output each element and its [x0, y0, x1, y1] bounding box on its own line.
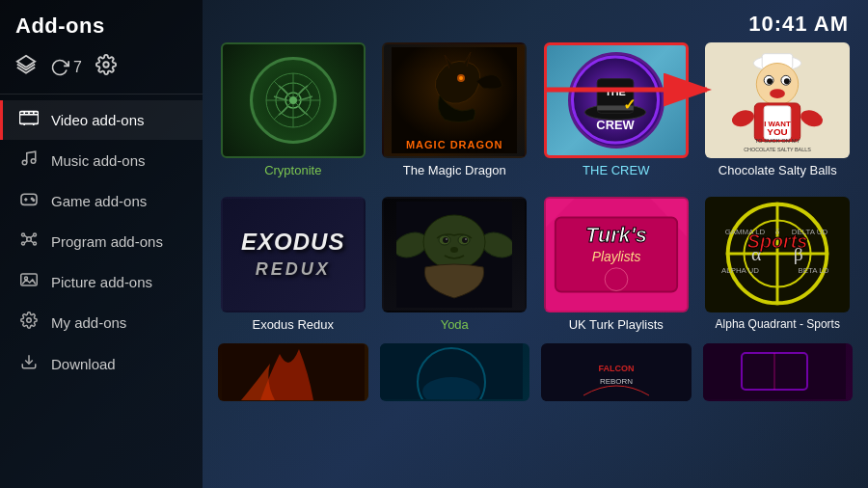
svg-point-72 — [443, 237, 448, 243]
svg-line-23 — [25, 241, 28, 243]
svg-point-39 — [459, 76, 463, 80]
addon-card-alpha[interactable]: GAMMA LD DELTA UD ALPHA UD BETA LD α β S… — [703, 197, 854, 332]
svg-rect-100 — [545, 347, 688, 401]
addon-card-uk-turk[interactable]: Turk's Playlists UK Turk Playlists — [541, 197, 692, 332]
sidebar-item-game-label: Game add-ons — [51, 193, 147, 209]
addon-label-cryptonite: Cryptonite — [264, 163, 321, 177]
addon-label-alpha: Alpha Quadrant - Sports — [716, 317, 840, 331]
svg-point-15 — [33, 200, 35, 202]
addon-thumb-alpha: GAMMA LD DELTA UD ALPHA UD BETA LD α β S… — [705, 197, 850, 312]
sidebar-item-download[interactable]: Download — [0, 343, 203, 385]
addon-card-exodus[interactable]: EXODUSREDUX Exodus Redux — [218, 197, 368, 332]
sidebar-item-picture-label: Picture add-ons — [51, 274, 152, 290]
app-title: Add-ons — [0, 0, 203, 48]
sidebar-item-game[interactable]: Game add-ons — [0, 181, 203, 221]
addon-thumb-yoda — [382, 197, 527, 312]
addon-partial-1[interactable] — [218, 343, 368, 401]
my-addons-icon — [18, 312, 40, 334]
svg-point-76 — [450, 247, 458, 253]
addon-grid-row3: FALCON REBORN — [218, 343, 853, 401]
addon-thumb-exodus: EXODUSREDUX — [221, 197, 366, 312]
addon-card-cryptonite[interactable]: Cryptonite — [218, 42, 368, 177]
sidebar-item-picture[interactable]: Picture add-ons — [0, 262, 203, 302]
svg-point-36 — [289, 96, 297, 104]
svg-text:FALCON: FALCON — [598, 364, 634, 373]
addon-thumb-uk-turk: Turk's Playlists — [544, 197, 689, 312]
addon-label-magic-dragon: The Magic Dragon — [403, 163, 506, 177]
svg-line-22 — [31, 235, 34, 237]
addon-label-chocolate: Chocolate Salty Balls — [719, 163, 837, 177]
svg-point-18 — [34, 233, 37, 236]
exodus-title-text: EXODUSREDUX — [241, 230, 344, 281]
picture-icon — [18, 272, 40, 292]
sidebar-item-video[interactable]: Video add-ons — [0, 100, 203, 140]
svg-point-9 — [22, 160, 27, 165]
refresh-badge[interactable]: 7 — [50, 58, 82, 77]
sidebar-item-music[interactable]: Music add-ons — [0, 140, 203, 181]
addon-partial-3[interactable]: FALCON REBORN — [541, 343, 692, 401]
addon-grid-row2: EXODUSREDUX Exodus Redux — [218, 197, 853, 332]
addon-card-magic-dragon[interactable]: MAGIC DRAGON The Magic Dragon — [380, 42, 530, 177]
download-icon — [18, 353, 40, 375]
addon-card-chocolate[interactable]: I WANT YOU TO SUCK ON MY CHOCOLATE SALTY… — [703, 42, 854, 177]
addon-thumb-magic-dragon: MAGIC DRAGON — [382, 42, 527, 158]
addon-label-crew: THE CREW — [583, 163, 649, 177]
magic-dragon-overlay-text: MAGIC DRAGON — [384, 139, 525, 150]
sidebar-item-program[interactable]: Program add-ons — [0, 221, 203, 262]
svg-point-75 — [465, 238, 467, 240]
video-icon — [18, 110, 40, 130]
addon-card-crew[interactable]: THE CREW ✓ THE CREW — [541, 42, 692, 177]
crew-logo: THE CREW ✓ — [568, 52, 665, 149]
sidebar-toolbar: 7 — [0, 48, 203, 94]
svg-point-50 — [757, 64, 799, 105]
svg-point-20 — [34, 242, 37, 245]
addon-partial-2[interactable] — [380, 343, 530, 401]
svg-point-17 — [22, 233, 25, 236]
svg-point-19 — [22, 242, 25, 245]
sidebar-item-my-addons-label: My add-ons — [51, 314, 126, 331]
svg-text:ALPHA UD: ALPHA UD — [721, 266, 759, 275]
svg-point-55 — [770, 89, 785, 98]
svg-text:TO SUCK ON MY: TO SUCK ON MY — [755, 138, 800, 144]
addon-thumb-crew: THE CREW ✓ — [544, 42, 689, 158]
addon-grid-row1: Cryptonite — [218, 42, 853, 177]
svg-point-10 — [31, 159, 36, 164]
sidebar-item-my-addons[interactable]: My add-ons — [0, 302, 203, 343]
svg-point-74 — [446, 238, 448, 240]
svg-text:Turk's: Turk's — [585, 223, 647, 247]
game-icon — [18, 191, 40, 211]
settings-icon[interactable] — [95, 54, 117, 80]
svg-line-24 — [31, 241, 34, 243]
svg-line-21 — [25, 235, 28, 237]
svg-text:CREW: CREW — [597, 118, 636, 132]
addon-label-exodus: Exodus Redux — [252, 317, 334, 332]
main-content: 10:41 AM — [203, 0, 868, 488]
program-icon — [18, 230, 40, 253]
sidebar-item-program-label: Program add-ons — [51, 233, 163, 250]
sidebar: Add-ons 7 — [0, 0, 203, 488]
addon-partial-4[interactable] — [703, 343, 854, 401]
time-display: 10:41 AM — [748, 12, 849, 37]
music-icon — [18, 149, 40, 172]
svg-text:REBORN: REBORN — [600, 377, 633, 386]
svg-point-1 — [103, 62, 109, 68]
svg-point-69 — [423, 215, 485, 269]
svg-text:THE: THE — [605, 86, 626, 97]
svg-text:YOU: YOU — [768, 126, 788, 137]
svg-point-73 — [462, 237, 468, 243]
addon-label-yoda: Yoda — [441, 317, 469, 332]
addon-label-uk-turk: UK Turk Playlists — [569, 317, 664, 332]
sidebar-item-download-label: Download — [51, 356, 116, 372]
svg-point-54 — [784, 78, 790, 84]
svg-text:Playlists: Playlists — [591, 249, 640, 264]
refresh-count: 7 — [73, 59, 82, 76]
addon-thumb-cryptonite — [221, 42, 366, 158]
svg-text:CHOCOLATE SALTY BALLS: CHOCOLATE SALTY BALLS — [744, 147, 811, 152]
svg-text:BETA LD: BETA LD — [799, 266, 829, 275]
layers-icon[interactable] — [15, 54, 37, 80]
svg-point-53 — [767, 78, 773, 84]
addon-card-yoda[interactable]: Yoda — [380, 197, 530, 332]
addon-thumb-chocolate: I WANT YOU TO SUCK ON MY CHOCOLATE SALTY… — [705, 42, 850, 158]
sidebar-item-music-label: Music add-ons — [51, 152, 146, 169]
svg-point-27 — [27, 318, 32, 323]
